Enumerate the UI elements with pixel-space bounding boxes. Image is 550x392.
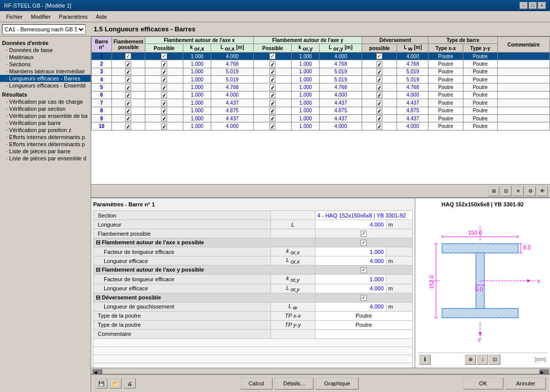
table-checkbox[interactable]: ✓: [269, 115, 276, 121]
table-cell[interactable]: Poutre: [463, 83, 497, 91]
table-cell[interactable]: 4.000: [211, 53, 254, 60]
table-cell[interactable]: ✓: [254, 76, 292, 83]
table-cell[interactable]: ✓: [112, 122, 145, 130]
table-cell[interactable]: 1.000: [292, 68, 320, 75]
table-cell[interactable]: Poutre: [463, 91, 497, 99]
sidebar-item-verif-cas[interactable]: · Vérification par cas de charge: [0, 98, 91, 105]
param-value-facteur-y[interactable]: 1.000: [315, 275, 386, 284]
table-cell[interactable]: 7: [92, 99, 112, 107]
table-cell[interactable]: 1.000: [292, 114, 320, 122]
table-checkbox[interactable]: ✓: [376, 76, 382, 82]
table-cell[interactable]: 1.000: [183, 91, 211, 99]
table-cell[interactable]: Poutre: [463, 99, 497, 107]
table-cell[interactable]: Poutre: [463, 114, 497, 122]
table-checkbox[interactable]: ✓: [269, 69, 276, 75]
table-cell[interactable]: Poutre: [463, 76, 497, 83]
table-checkbox[interactable]: ✓: [376, 92, 382, 98]
table-cell[interactable]: 1.000: [183, 107, 211, 114]
table-cell[interactable]: Poutre: [428, 60, 463, 68]
case-select[interactable]: CA1 - Bemessung nach GB 500:: [2, 24, 86, 34]
table-cell[interactable]: 5.019: [320, 68, 362, 75]
table-cell[interactable]: 3: [92, 68, 112, 75]
table-cell[interactable]: 4.768: [211, 60, 254, 68]
table-cell[interactable]: ✓: [254, 91, 292, 99]
table-cell[interactable]: 6: [92, 91, 112, 99]
sidebar-item-maintiens[interactable]: · Maintiens latéraux intermédiair: [0, 68, 91, 75]
param-value-type-yy[interactable]: Poutre: [315, 320, 413, 329]
table-row[interactable]: 4✓✓1.0005.019✓1.0005.019✓5.019PoutrePout…: [92, 76, 550, 83]
table-checkbox[interactable]: ✓: [161, 61, 167, 67]
sidebar-item-longueurs-ensemble[interactable]: · Longueurs efficaces - Ensembl: [0, 82, 91, 89]
sidebar-item-longueurs-barres[interactable]: · Longueurs efficaces - Barres: [0, 75, 91, 82]
table-cell[interactable]: Poutre: [428, 107, 463, 114]
table-cell[interactable]: ✓: [145, 76, 183, 83]
table-checkbox[interactable]: ✓: [125, 61, 131, 67]
table-cell[interactable]: Poutre: [428, 114, 463, 122]
table-cell[interactable]: 1.000: [292, 60, 320, 68]
table-cell[interactable]: 4.768: [397, 60, 428, 68]
table-cell[interactable]: 4.768: [211, 83, 254, 91]
table-cell[interactable]: [497, 91, 549, 99]
table-checkbox[interactable]: ✓: [125, 123, 131, 129]
param-value-facteur-x[interactable]: 1.000: [315, 247, 386, 256]
sidebar-item-verif-ensemble[interactable]: · Vérification par ensemble de ba: [0, 112, 91, 119]
table-cell[interactable]: 4.875: [320, 107, 362, 114]
scroll-left-btn[interactable]: ◄: [92, 369, 102, 374]
table-cell[interactable]: ✓: [145, 91, 183, 99]
param-cb-flamb-y[interactable]: [315, 266, 413, 275]
checkbox-flamb-x[interactable]: [361, 240, 367, 246]
table-checkbox[interactable]: ✓: [376, 115, 382, 121]
table-row[interactable]: 8✓✓1.0004.875✓1.0004.875✓4.875PoutrePout…: [92, 107, 550, 114]
minimize-button[interactable]: −: [520, 2, 528, 9]
table-cell[interactable]: ✓: [362, 68, 397, 75]
table-cell[interactable]: ✓: [145, 83, 183, 91]
sidebar-item-efforts1[interactable]: · Efforts internes déterminants p: [0, 134, 91, 141]
table-cell[interactable]: 1.000: [183, 114, 211, 122]
table-row[interactable]: 3✓✓1.0005.019✓1.0005.019✓5.019PoutrePout…: [92, 68, 550, 75]
sidebar-item-verif-section[interactable]: · Vérification par section: [0, 105, 91, 112]
table-checkbox[interactable]: ✓: [376, 61, 382, 67]
table-cell[interactable]: 4.768: [397, 83, 428, 91]
table-cell[interactable]: [497, 53, 549, 60]
table-checkbox[interactable]: ✓: [161, 115, 167, 121]
tool-delete-btn[interactable]: ✕: [513, 186, 524, 196]
table-cell[interactable]: 9: [92, 114, 112, 122]
table-cell[interactable]: ✓: [145, 122, 183, 130]
param-cb-flamb-x[interactable]: [315, 238, 413, 247]
table-cell[interactable]: 8: [92, 107, 112, 114]
table-cell[interactable]: 1.000: [183, 83, 211, 91]
sidebar-item-efforts2[interactable]: · Efforts internes déterminants p: [0, 141, 91, 148]
checkbox-flamb-y[interactable]: [361, 267, 367, 273]
table-checkbox[interactable]: ✓: [161, 53, 167, 59]
table-cell[interactable]: ✓: [254, 99, 292, 107]
param-value-type-xx[interactable]: Poutre: [315, 311, 413, 320]
save-model-btn[interactable]: 💾: [95, 378, 107, 388]
open-model-btn[interactable]: 📂: [109, 378, 122, 388]
horizontal-scrollbar[interactable]: ◄ ►: [91, 368, 550, 374]
menu-fichier[interactable]: Fichier: [2, 13, 27, 21]
table-checkbox[interactable]: ✓: [161, 92, 167, 98]
table-row[interactable]: 5✓✓1.0004.768✓1.0004.768✓4.768PoutrePout…: [92, 83, 550, 91]
table-cell[interactable]: [497, 60, 549, 68]
table-cell[interactable]: Poutre: [428, 99, 463, 107]
param-value-longueur-y[interactable]: 4.000: [315, 284, 386, 293]
table-cell[interactable]: [497, 114, 549, 122]
table-cell[interactable]: ✓: [112, 68, 145, 75]
table-row[interactable]: 10✓✓1.0004.000✓1.0004.000✓4.000PoutrePou…: [92, 122, 550, 130]
table-cell[interactable]: 1.000: [292, 91, 320, 99]
scroll-track[interactable]: [102, 369, 539, 374]
param-value-gauchissement[interactable]: 4.000: [315, 302, 386, 311]
table-cell[interactable]: 5.019: [211, 76, 254, 83]
table-cell[interactable]: ✓: [145, 99, 183, 107]
menu-modifier[interactable]: Modifier: [27, 13, 55, 21]
table-cell[interactable]: Poutre: [428, 53, 463, 60]
param-value-commentaire[interactable]: [315, 329, 413, 338]
table-row[interactable]: 1✓✓1.0004.000✓1.0004.000✓4.000PoutrePout…: [92, 53, 550, 60]
table-cell[interactable]: ✓: [362, 114, 397, 122]
table-cell[interactable]: 4: [92, 76, 112, 83]
table-checkbox[interactable]: ✓: [125, 108, 131, 114]
table-cell[interactable]: 1.000: [292, 122, 320, 130]
table-checkbox[interactable]: ✓: [125, 69, 131, 75]
table-cell[interactable]: [497, 68, 549, 75]
table-cell[interactable]: ✓: [145, 53, 183, 60]
